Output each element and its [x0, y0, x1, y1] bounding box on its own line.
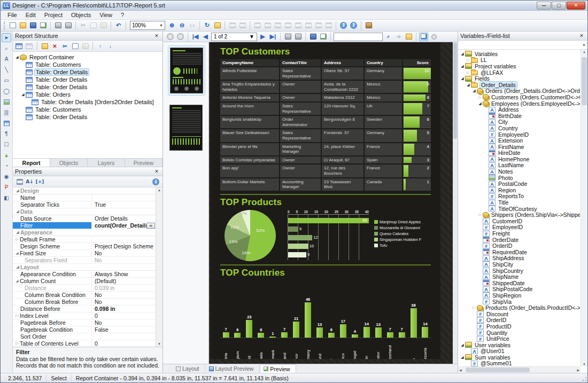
- property-section[interactable]: ◢Appearance: [13, 229, 163, 236]
- field-list-item[interactable]: ◢Order_Details: [458, 82, 580, 88]
- align-left-icon[interactable]: [228, 21, 237, 30]
- prev-page-icon[interactable]: ◀: [201, 33, 210, 41]
- closed-expander-icon[interactable]: ▷: [14, 314, 20, 318]
- properties-close-icon[interactable]: ✕: [153, 169, 160, 174]
- closed-expander-icon[interactable]: ▷: [466, 71, 471, 75]
- property-row[interactable]: ▷Default Frame: [13, 236, 163, 243]
- property-row[interactable]: Appearance ConditionAlways Show: [13, 271, 163, 278]
- field-list-item[interactable]: @User01: [458, 348, 580, 355]
- menu-objects[interactable]: Objects: [67, 11, 95, 19]
- field-list-item[interactable]: ▷@LLFAX: [458, 69, 580, 76]
- open-file-icon[interactable]: [18, 21, 27, 30]
- arrange-3-icon[interactable]: [273, 21, 282, 30]
- field-list-item[interactable]: ShipVia: [458, 299, 580, 305]
- report-structure-item[interactable]: Table: Customers: [13, 61, 163, 68]
- thumbnail-page-2[interactable]: [168, 103, 205, 152]
- undo-icon[interactable]: ↶: [114, 21, 123, 30]
- delete-icon[interactable]: ✕: [50, 42, 59, 50]
- field-list-item[interactable]: ShipCountry: [458, 268, 580, 274]
- form-control-tool-icon[interactable]: ☐: [2, 140, 11, 149]
- field-list-close-icon[interactable]: ✕: [578, 33, 585, 38]
- line-tool-icon[interactable]: ╲: [2, 65, 11, 74]
- copy-item-icon[interactable]: [71, 42, 80, 50]
- field-list-item[interactable]: OrderID: [458, 317, 580, 324]
- gauge-tool-icon[interactable]: ◔: [2, 161, 11, 170]
- sort-alphabetical-icon[interactable]: A↓: [25, 177, 34, 186]
- field-list-filter-combo[interactable]: ▼: [458, 41, 587, 50]
- field-list-item[interactable]: ◢Variables: [458, 51, 580, 57]
- html-tool-icon[interactable]: ◉: [2, 172, 11, 181]
- field-list-item[interactable]: ▷Customers (Orders.CustomerID<->Customer: [458, 94, 580, 100]
- closed-expander-icon[interactable]: ▷: [471, 306, 477, 310]
- field-list-item[interactable]: Title: [458, 199, 580, 206]
- closed-expander-icon[interactable]: ▷: [477, 213, 483, 217]
- open-expander-icon[interactable]: ◢: [460, 343, 465, 347]
- property-row[interactable]: ▷Table of Contents Level0: [13, 340, 163, 347]
- open-expander-icon[interactable]: ◢: [460, 76, 465, 81]
- nav-forward-icon[interactable]: [176, 33, 185, 41]
- paste-item-icon[interactable]: [81, 42, 90, 50]
- print-icon[interactable]: [53, 21, 63, 30]
- field-list-item[interactable]: Photo: [458, 175, 580, 181]
- field-list-item[interactable]: OrderDate: [458, 237, 580, 243]
- menu-edit[interactable]: Edit: [22, 11, 40, 19]
- menu-?[interactable]: ?: [117, 11, 128, 19]
- maximize-button[interactable]: ▢: [552, 2, 566, 10]
- edit-properties-icon[interactable]: [40, 42, 49, 50]
- open-expander-icon[interactable]: ◢: [14, 279, 20, 283]
- zoom-tool-icon[interactable]: ⌕: [2, 44, 11, 53]
- menu-project[interactable]: Project: [41, 11, 66, 19]
- open-expander-icon[interactable]: ◢: [460, 64, 465, 68]
- property-section[interactable]: ◢Data: [13, 208, 163, 215]
- pdf-tool-icon[interactable]: P: [2, 183, 11, 192]
- search-next-icon[interactable]: ➜: [394, 33, 403, 41]
- property-row[interactable]: Sort Order: [13, 333, 163, 340]
- help-icon[interactable]: ?: [339, 21, 348, 30]
- field-list-item[interactable]: ▷LL: [458, 57, 580, 64]
- new-file-icon[interactable]: [8, 21, 17, 30]
- field-list-item[interactable]: City: [458, 119, 580, 126]
- nav-back-icon[interactable]: [166, 33, 175, 41]
- paste-icon[interactable]: [99, 21, 108, 30]
- property-row[interactable]: Column Break ConditionNo: [13, 292, 163, 299]
- property-row[interactable]: Column Break BeforeNo: [13, 299, 163, 306]
- chart-tool-icon[interactable]: ▲: [2, 151, 11, 160]
- zoom-1to1-icon[interactable]: 1:1: [188, 21, 197, 30]
- zoom-in-icon[interactable]: ⊕: [167, 21, 176, 30]
- closed-expander-icon[interactable]: ▷: [466, 58, 471, 62]
- field-list-item[interactable]: Region: [458, 187, 580, 193]
- tab-objects[interactable]: Objects: [50, 159, 88, 167]
- open-expander-icon[interactable]: ◢: [477, 101, 483, 106]
- align-right-icon[interactable]: [238, 21, 247, 30]
- toolbar-grip[interactable]: [4, 21, 6, 30]
- tab-layers[interactable]: Layers: [88, 159, 125, 167]
- menu-view[interactable]: View: [96, 11, 116, 19]
- report-structure-item[interactable]: Table: Order Details [Orders2Order Detai…: [13, 98, 163, 106]
- arrange-5-icon[interactable]: [293, 21, 303, 30]
- resize-grip[interactable]: [580, 374, 587, 382]
- thumbnail-page-1[interactable]: [168, 45, 205, 96]
- field-list-item[interactable]: ShipPostalCode: [458, 286, 580, 293]
- expand-all-icon[interactable]: [+]: [35, 177, 44, 186]
- field-list-item[interactable]: ShipName: [458, 273, 580, 280]
- tab-report-structure[interactable]: Report Structure: [13, 159, 50, 167]
- add-element-icon[interactable]: [15, 42, 24, 50]
- property-row[interactable]: Separators FixedNo: [13, 257, 163, 264]
- save-preview-icon[interactable]: [308, 33, 318, 41]
- move-up-icon[interactable]: ↑: [96, 42, 105, 50]
- picture-tool-icon[interactable]: [2, 97, 11, 106]
- ole-tool-icon[interactable]: ◧: [2, 193, 11, 202]
- refresh-icon[interactable]: ↻: [203, 21, 212, 30]
- field-list-item[interactable]: ▷Shippers (Orders.ShipVia<->Shippers.Shi…: [458, 212, 580, 218]
- categorized-view-icon[interactable]: [15, 177, 24, 186]
- field-list-item[interactable]: ShipCity: [458, 261, 580, 268]
- arrange-7-icon[interactable]: [314, 21, 323, 30]
- field-list-item[interactable]: ◢Fields: [458, 75, 580, 82]
- closed-expander-icon[interactable]: ▷: [477, 95, 483, 99]
- tab-layout[interactable]: Layout: [173, 364, 205, 373]
- field-list-item[interactable]: ShipRegion: [458, 292, 580, 299]
- menu-file[interactable]: File: [4, 11, 21, 19]
- project-properties-icon[interactable]: [213, 21, 222, 30]
- closed-expander-icon[interactable]: ▷: [14, 341, 20, 346]
- zoom-level-combo[interactable]: 100%▼: [130, 21, 165, 30]
